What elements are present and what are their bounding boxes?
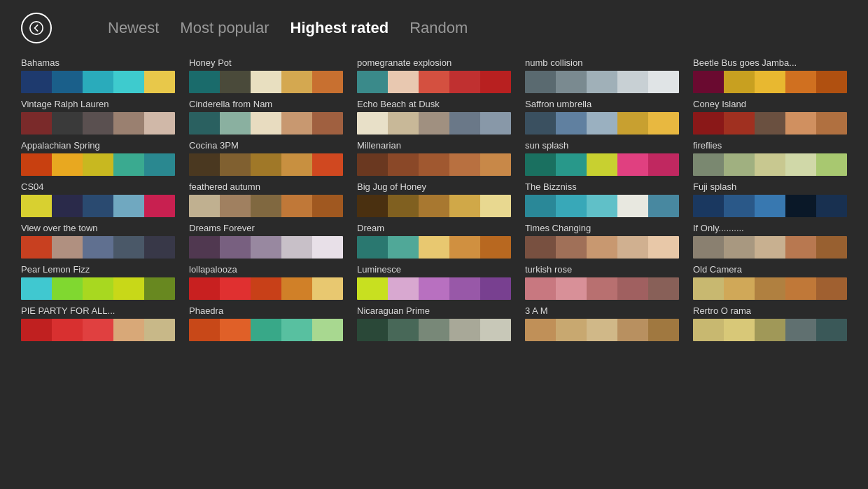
palette-item[interactable]: Times Changing: [525, 223, 679, 259]
palette-item[interactable]: feathered autumn: [189, 181, 343, 217]
color-swatch: [693, 153, 724, 176]
nav-tab-highest-rated[interactable]: Highest rated: [290, 19, 389, 37]
color-swatch: [648, 112, 679, 135]
palette-swatches: [525, 112, 679, 135]
palette-name: Pear Lemon Fizz: [21, 264, 175, 275]
color-swatch: [587, 236, 617, 259]
color-swatch: [83, 319, 113, 341]
palette-swatches: [525, 236, 679, 259]
color-swatch: [816, 319, 847, 341]
palette-name: Dreams Forever: [189, 223, 343, 233]
palette-item[interactable]: Big Jug of Honey: [357, 181, 511, 217]
palette-name: PIE PARTY FOR ALL...: [21, 305, 175, 316]
color-swatch: [357, 236, 388, 259]
palette-name: Nicaraguan Prime: [357, 305, 511, 316]
palette-item[interactable]: Bahamas: [21, 57, 175, 93]
palette-swatches: [525, 195, 679, 217]
nav-tab-random[interactable]: Random: [410, 19, 468, 37]
palette-item[interactable]: Dream: [357, 223, 511, 259]
palette-name: 3 A M: [525, 305, 679, 316]
palette-item[interactable]: Phaedra: [189, 305, 343, 341]
palette-item[interactable]: Cinderella from Nam: [189, 99, 343, 135]
color-swatch: [587, 71, 617, 93]
palette-swatches: [357, 71, 511, 93]
palette-item[interactable]: Echo Beach at Dusk: [357, 99, 511, 135]
color-swatch: [617, 277, 648, 300]
nav-tab-most-popular[interactable]: Most popular: [180, 19, 269, 37]
palette-item[interactable]: lollapalooza: [189, 264, 343, 300]
palette-item[interactable]: 3 A M: [525, 305, 679, 341]
palette-name: Rertro O rama: [693, 305, 847, 316]
palette-item[interactable]: Beetle Bus goes Jamba...: [693, 57, 847, 93]
back-button[interactable]: [21, 13, 52, 43]
palette-item[interactable]: pomegranate explosion: [357, 57, 511, 93]
palette-item[interactable]: Appalachian Spring: [21, 140, 175, 176]
color-swatch: [648, 277, 679, 300]
color-swatch: [724, 71, 755, 93]
color-swatch: [144, 236, 175, 259]
color-swatch: [449, 277, 480, 300]
color-swatch: [83, 71, 113, 93]
color-swatch: [617, 319, 648, 341]
color-swatch: [21, 153, 52, 176]
nav-tab-newest[interactable]: Newest: [108, 19, 159, 37]
color-swatch: [251, 319, 281, 341]
palette-swatches: [357, 153, 511, 176]
color-swatch: [388, 71, 419, 93]
palette-item[interactable]: CS04: [21, 181, 175, 217]
color-swatch: [556, 319, 587, 341]
palette-item[interactable]: fireflies: [693, 140, 847, 176]
palette-item[interactable]: Pear Lemon Fizz: [21, 264, 175, 300]
color-swatch: [113, 153, 144, 176]
color-swatch: [617, 112, 648, 135]
palette-item[interactable]: Nicaraguan Prime: [357, 305, 511, 341]
color-swatch: [755, 319, 785, 341]
color-swatch: [755, 236, 785, 259]
palette-item[interactable]: Luminesce: [357, 264, 511, 300]
palette-name: Cinderella from Nam: [189, 99, 343, 109]
palette-item[interactable]: Saffron umbrella: [525, 99, 679, 135]
palette-swatches: [525, 71, 679, 93]
color-swatch: [144, 319, 175, 341]
palette-item[interactable]: Cocina 3PM: [189, 140, 343, 176]
palette-item[interactable]: Old Camera: [693, 264, 847, 300]
palette-swatches: [357, 112, 511, 135]
color-swatch: [556, 112, 587, 135]
color-swatch: [144, 195, 175, 217]
color-swatch: [587, 277, 617, 300]
palette-item[interactable]: Coney Island: [693, 99, 847, 135]
palette-item[interactable]: Millenarian: [357, 140, 511, 176]
color-swatch: [419, 277, 449, 300]
color-swatch: [21, 236, 52, 259]
palette-item[interactable]: If Only..........: [693, 223, 847, 259]
color-swatch: [388, 319, 419, 341]
palette-item[interactable]: PIE PARTY FOR ALL...: [21, 305, 175, 341]
color-swatch: [480, 195, 511, 217]
color-swatch: [251, 195, 281, 217]
color-swatch: [357, 71, 388, 93]
color-swatch: [525, 153, 556, 176]
color-swatch: [251, 71, 281, 93]
palette-item[interactable]: View over the town: [21, 223, 175, 259]
palette-name: Dream: [357, 223, 511, 233]
color-swatch: [312, 319, 343, 341]
palette-item[interactable]: numb collision: [525, 57, 679, 93]
svg-point-0: [30, 22, 43, 34]
palette-item[interactable]: Vintage Ralph Lauren: [21, 99, 175, 135]
color-swatch: [816, 195, 847, 217]
palette-item[interactable]: Fuji splash: [693, 181, 847, 217]
palette-item[interactable]: turkish rose: [525, 264, 679, 300]
palette-item[interactable]: Rertro O rama: [693, 305, 847, 341]
palette-item[interactable]: Dreams Forever: [189, 223, 343, 259]
color-swatch: [144, 153, 175, 176]
palette-item[interactable]: The Bizzniss: [525, 181, 679, 217]
palette-swatches: [189, 112, 343, 135]
palette-item[interactable]: sun splash: [525, 140, 679, 176]
color-swatch: [693, 277, 724, 300]
color-swatch: [785, 195, 816, 217]
color-swatch: [83, 277, 113, 300]
palette-name: Bahamas: [21, 57, 175, 68]
palette-item[interactable]: Honey Pot: [189, 57, 343, 93]
color-swatch: [755, 195, 785, 217]
color-swatch: [587, 112, 617, 135]
